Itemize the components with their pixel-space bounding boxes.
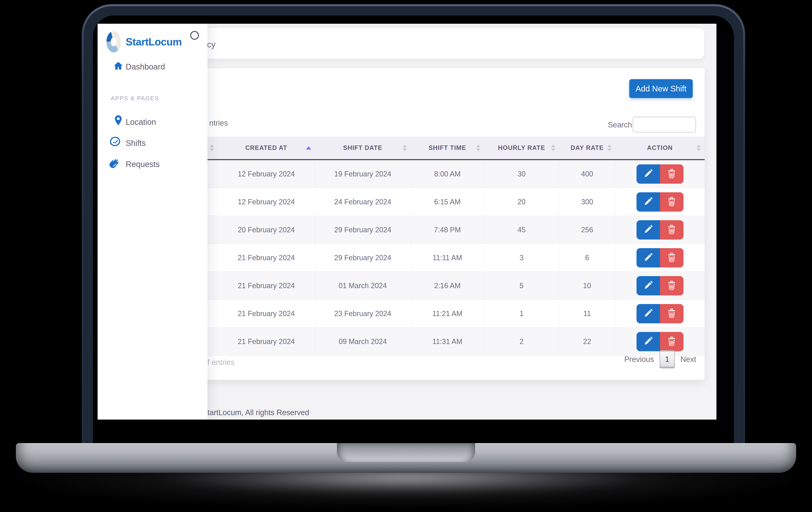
- column-header-created-at[interactable]: CREATED AT: [218, 137, 315, 160]
- edit-shift-button[interactable]: [637, 164, 660, 184]
- cell-shift-date: 01 March 2024: [315, 272, 411, 300]
- add-new-shift-button[interactable]: Add New Shift: [629, 79, 693, 98]
- cell-day-rate: 400: [559, 160, 615, 188]
- cell-hourly-rate: 2: [484, 327, 559, 355]
- cell-day-rate: 256: [559, 216, 615, 244]
- trash-icon-button[interactable]: [660, 192, 684, 212]
- cell-action: [615, 160, 704, 188]
- trash-icon: [667, 197, 676, 207]
- cell-shift-time: 2:16 AM: [411, 272, 484, 300]
- pagination-previous[interactable]: Previous: [624, 355, 654, 364]
- cell-day-rate: 11: [559, 300, 615, 327]
- cell-hourly-rate: 3: [484, 244, 559, 272]
- trash-icon-button[interactable]: [660, 248, 684, 267]
- pencil-icon: [643, 169, 653, 179]
- edit-shift-button[interactable]: [637, 304, 660, 323]
- hands-icon: [109, 157, 121, 169]
- pencil-icon: [643, 253, 653, 263]
- sidebar-item-location[interactable]: Location: [97, 113, 207, 127]
- action-buttons: [615, 164, 705, 184]
- laptop-base: [16, 443, 796, 473]
- cell-hourly-rate: 5: [484, 272, 559, 300]
- sort-icon: [697, 145, 701, 151]
- sort-icon: [551, 145, 555, 151]
- edit-shift-button[interactable]: [637, 332, 660, 351]
- sort-icon: [476, 145, 481, 151]
- cell-day-rate: 10: [559, 272, 615, 300]
- copyright-text: tartLocum, All rights Reserved: [207, 408, 309, 417]
- cell-created-at: 21 February 2024: [218, 327, 315, 355]
- trash-icon: [667, 308, 676, 319]
- shifts-circle-icon: [109, 136, 120, 148]
- trash-icon: [667, 281, 676, 291]
- pencil-icon: [643, 197, 653, 207]
- action-buttons: [615, 192, 705, 212]
- laptop-base-notch: [337, 443, 475, 462]
- cell-day-rate: 6: [559, 244, 615, 272]
- search-input[interactable]: [633, 117, 696, 132]
- pencil-icon: [643, 225, 653, 235]
- cell-action: [615, 188, 704, 216]
- sidebar-item-dashboard[interactable]: Dashboard: [97, 60, 207, 74]
- cell-hourly-rate: 1: [484, 300, 559, 327]
- column-header-hourly-rate[interactable]: HOURLY RATE: [484, 137, 559, 160]
- trash-icon-button[interactable]: [660, 164, 684, 184]
- cell-shift-date: 09 March 2024: [315, 327, 411, 355]
- edit-shift-button[interactable]: [637, 248, 660, 267]
- column-header-shift-date[interactable]: SHIFT DATE: [315, 137, 411, 160]
- cell-shift-time: 11:31 AM: [411, 327, 484, 355]
- cell-created-at: 21 February 2024: [218, 272, 315, 300]
- trash-icon-button[interactable]: [660, 220, 684, 240]
- sidebar-section-label: APPS & PAGES: [111, 95, 159, 102]
- cell-created-at: 12 February 2024: [218, 160, 315, 188]
- column-header-shift-time[interactable]: SHIFT TIME: [411, 137, 484, 160]
- trash-icon-button[interactable]: [660, 332, 684, 351]
- cell-created-at: 21 February 2024: [218, 244, 315, 272]
- edit-shift-button[interactable]: [637, 192, 660, 212]
- app-screen: cy Add New Shift ntries Search: CREATED …: [97, 24, 717, 420]
- pagination-next[interactable]: Next: [680, 355, 696, 364]
- edit-shift-button[interactable]: [637, 220, 660, 240]
- cell-created-at: 20 February 2024: [218, 216, 315, 244]
- cell-action: [615, 216, 704, 244]
- show-entries-label: ntries: [209, 119, 228, 127]
- sidebar-item-requests[interactable]: Requests: [97, 155, 207, 169]
- edit-shift-button[interactable]: [637, 276, 660, 295]
- trash-icon: [667, 169, 676, 179]
- column-header-action[interactable]: ACTION: [615, 137, 704, 160]
- action-buttons: [615, 276, 705, 295]
- pagination: Previous 1 Next: [624, 350, 696, 368]
- cell-hourly-rate: 30: [484, 160, 559, 188]
- cell-shift-time: 7:48 PM: [411, 216, 484, 244]
- trash-icon: [667, 336, 676, 346]
- pencil-icon: [643, 281, 653, 291]
- trash-icon-button[interactable]: [660, 276, 684, 295]
- cell-day-rate: 300: [559, 188, 615, 216]
- action-buttons: [615, 248, 705, 267]
- cell-shift-time: 11:11 AM: [411, 244, 484, 272]
- entries-info: f entries: [207, 358, 234, 367]
- cell-created-at: 12 February 2024: [218, 188, 315, 216]
- cell-hourly-rate: 45: [484, 216, 559, 244]
- cell-action: [615, 300, 704, 327]
- sidebar-pin-toggle-icon[interactable]: [190, 31, 199, 40]
- startlocum-logo-icon: [107, 31, 121, 52]
- cell-shift-date: 19 February 2024: [315, 160, 411, 188]
- search-label: Search:: [608, 120, 634, 129]
- cell-shift-date: 29 February 2024: [315, 244, 411, 272]
- cell-shift-time: 6:15 AM: [411, 188, 484, 216]
- action-buttons: [615, 332, 705, 351]
- action-buttons: [615, 220, 705, 240]
- cell-shift-date: 24 February 2024: [315, 188, 411, 216]
- sidebar-item-shifts[interactable]: Shifts: [97, 134, 207, 148]
- sidebar: StartLocum Dashboard APPS & PAGES Locati…: [97, 24, 207, 420]
- pagination-page-1[interactable]: 1: [660, 350, 675, 368]
- column-header-day-rate[interactable]: DAY RATE: [559, 137, 615, 160]
- trash-icon-button[interactable]: [660, 304, 684, 323]
- cell-day-rate: 22: [559, 327, 615, 355]
- cell-action: [615, 272, 704, 300]
- sort-icon: [607, 145, 612, 151]
- breadcrumb: cy: [207, 40, 215, 49]
- cell-shift-date: 29 February 2024: [315, 216, 411, 244]
- trash-icon: [667, 225, 676, 235]
